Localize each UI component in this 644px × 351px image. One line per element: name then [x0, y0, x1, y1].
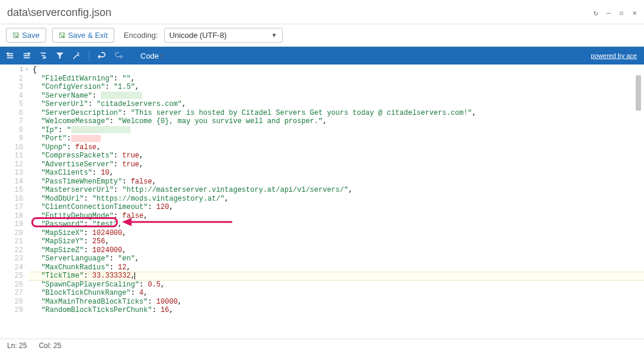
code-line: "MaxChunkRadius": 12, — [29, 263, 644, 272]
line-number: 11 — [0, 152, 23, 160]
line-number-gutter: 1 2 3 4 5 6 7 8 9 10 11 12 13 14 15 16 1… — [0, 65, 29, 339]
chevron-down-icon: ▼ — [271, 32, 277, 38]
code-line: "ClientConnectionTimeout": 120, — [29, 203, 644, 212]
status-col: Col: 25 — [39, 342, 61, 350]
line-number: 9 — [0, 134, 23, 143]
code-line: "MaxClients": 10, — [29, 169, 644, 178]
code-line: "RandomBlockTicksPerChunk": 16, — [29, 306, 644, 315]
code-line: "PassTimeWhenEmpty": false, — [29, 178, 644, 186]
code-line: "MaxMainThreadBlockTicks": 10000, — [29, 298, 644, 307]
line-number: 6 — [0, 109, 23, 118]
code-line: "TickTime": 33.333332, — [29, 272, 644, 281]
line-number: 29 — [0, 306, 23, 315]
line-number: 28 — [0, 298, 23, 307]
code-line: "ServerName": — [29, 92, 644, 101]
line-number: 14 — [0, 178, 23, 186]
mode-label: Code — [140, 51, 159, 60]
code-line: "Upnp": false, — [29, 143, 644, 152]
code-line: "MasterserverUrl": "http://masterserver.… — [29, 186, 644, 195]
save-button[interactable]: 🖫Save — [6, 28, 46, 43]
code-line: "Ip": " — [29, 126, 644, 135]
code-line: { — [29, 66, 644, 75]
line-number: 22 — [0, 246, 23, 255]
line-number: 10 — [0, 143, 23, 152]
redo-icon[interactable] — [114, 51, 123, 60]
mode-caret-icon: ▾ — [161, 53, 164, 59]
code-line: "WelcomeMessage": "Welcome {0}, may you … — [29, 117, 644, 126]
code-line: "MapSizeZ": 1024000, — [29, 246, 644, 255]
encoding-select[interactable]: Unicode (UTF-8) ▼ — [164, 28, 283, 43]
line-number: 1 — [0, 66, 23, 75]
save-exit-icon: 🖫 — [59, 31, 66, 40]
code-line: "ConfigVersion": "1.5", — [29, 83, 644, 92]
code-line: "ServerDescription": "This server is hos… — [29, 109, 644, 118]
code-area[interactable]: { "FileEditWarning": "", "ConfigVersion"… — [29, 65, 644, 339]
line-number: 7 — [0, 117, 23, 126]
code-editor[interactable]: 1 2 3 4 5 6 7 8 9 10 11 12 13 14 15 16 1… — [0, 65, 644, 339]
code-line: "ModDbUrl": "https://mods.vintagestory.a… — [29, 195, 644, 204]
line-number: 18 — [0, 212, 23, 221]
mode-dropdown[interactable]: Code ▾ — [140, 51, 164, 60]
filter-icon[interactable] — [56, 51, 64, 60]
text-cursor — [134, 272, 135, 279]
line-number: 19 — [0, 220, 23, 229]
save-label: Save — [22, 31, 40, 40]
collapse-all-icon[interactable] — [23, 51, 31, 60]
close-icon[interactable]: ✕ — [632, 8, 637, 17]
line-number: 24 — [0, 263, 23, 272]
code-line: "AdvertiseServer": true, — [29, 160, 644, 169]
code-line: "ServerUrl": "citadelservers.com", — [29, 100, 644, 109]
line-number: 2 — [0, 75, 23, 83]
line-number: 4 — [0, 92, 23, 101]
line-number: 20 — [0, 229, 23, 238]
line-number: 13 — [0, 169, 23, 178]
code-line: "FileEditWarning": "", — [29, 75, 644, 83]
sort-icon[interactable] — [39, 51, 47, 60]
minimize-icon[interactable]: — — [607, 8, 611, 17]
line-number: 3 — [0, 83, 23, 92]
scrollbar-track[interactable] — [634, 65, 643, 339]
line-number: 26 — [0, 281, 23, 289]
line-number: 25 — [0, 272, 23, 281]
expand-all-icon[interactable] — [6, 51, 14, 60]
file-path-title: data\serverconfig.json — [7, 7, 111, 19]
toolbar-separator — [89, 50, 89, 61]
save-exit-button[interactable]: 🖫Save & Exit — [52, 28, 114, 43]
code-line: "MapSizeY": 256, — [29, 237, 644, 246]
code-line: "Password": "test", — [29, 220, 644, 229]
code-line: "BlockTickChunkRange": 4, — [29, 289, 644, 298]
line-number: 16 — [0, 195, 23, 204]
code-line: "CompressPackets": true, — [29, 152, 644, 160]
status-line: Ln: 25 — [7, 342, 27, 350]
line-number: 8 — [0, 126, 23, 135]
save-exit-label: Save & Exit — [68, 31, 108, 40]
powered-by-link[interactable]: powered by ace — [591, 52, 637, 59]
encoding-value: Unicode (UTF-8) — [169, 31, 227, 40]
code-line: "SpawnCapPlayerScaling": 0.5, — [29, 281, 644, 289]
line-number: 15 — [0, 186, 23, 195]
code-line: "ServerLanguage": "en", — [29, 255, 644, 263]
code-line: "Port": — [29, 134, 644, 143]
encoding-label: Encoding: — [124, 31, 158, 40]
save-icon: 🖫 — [12, 31, 20, 40]
scrollbar-thumb[interactable] — [636, 75, 641, 111]
code-line: "MapSizeX": 1024000, — [29, 229, 644, 238]
undo-icon[interactable] — [98, 51, 106, 60]
line-number: 27 — [0, 289, 23, 298]
line-number: 21 — [0, 237, 23, 246]
maximize-icon[interactable]: ▫ — [619, 8, 624, 17]
line-number: 17 — [0, 203, 23, 212]
line-number: 5 — [0, 100, 23, 109]
settings-icon[interactable] — [72, 51, 81, 60]
refresh-icon[interactable]: ↻ — [594, 8, 598, 17]
line-number: 12 — [0, 160, 23, 169]
line-number: 23 — [0, 255, 23, 263]
code-line: "EntityDebugMode": false, — [29, 212, 644, 221]
